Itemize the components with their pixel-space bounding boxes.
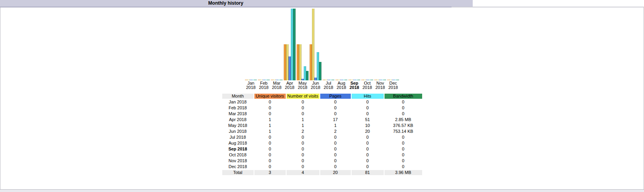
table-total-row: Total3420813.96 MB	[222, 170, 422, 175]
table-row: Jan 201800000	[222, 100, 422, 105]
table-cell: 0	[320, 158, 351, 163]
total-value-cell: 3	[254, 170, 286, 175]
bar-bandwidth-kb	[280, 80, 283, 80]
table-cell: 0	[287, 158, 319, 163]
bar-number-of-visits	[312, 9, 314, 80]
table-cell: 0	[254, 141, 286, 146]
month-cell: Dec 2018	[222, 164, 254, 169]
chart-bar-group	[374, 80, 386, 80]
table-cell: 0	[287, 100, 319, 105]
table-row: Sep 201800000	[222, 147, 422, 152]
x-axis-label: Nov2018	[374, 81, 386, 90]
table-row: Jun 201812220753.14 KB	[222, 129, 422, 134]
column-header-hits: Hits	[352, 94, 384, 99]
table-cell: 2.85 MB	[385, 117, 422, 122]
x-axis-label: Mar2018	[271, 81, 283, 90]
bar-bandwidth-kb	[332, 80, 334, 80]
table-cell: 0	[287, 164, 319, 169]
month-cell: Apr 2018	[222, 117, 254, 122]
table-cell: 0	[254, 158, 286, 163]
table-cell: 51	[352, 117, 384, 122]
content-box: Jan2018Feb2018Mar2018Apr2018May2018Jun20…	[0, 7, 644, 190]
table-cell: 0	[352, 164, 384, 169]
table-cell: 0	[254, 105, 286, 110]
table-row: Oct 201800000	[222, 152, 422, 158]
x-axis-label: Oct2018	[361, 81, 373, 90]
table-cell: 0	[320, 100, 351, 105]
month-cell: Feb 2018	[222, 105, 254, 110]
table-cell: 1	[320, 123, 351, 128]
table-cell: 0	[320, 141, 351, 146]
chart-bar-group	[284, 9, 296, 80]
chart-bar-group	[310, 9, 321, 80]
x-axis-label: Jul2018	[323, 81, 334, 90]
table-cell: 0	[254, 147, 286, 152]
table-cell: 0	[320, 111, 351, 116]
total-label-cell: Total	[222, 170, 254, 175]
month-cell: Sep 2018	[222, 147, 254, 152]
bar-number-of-visits	[299, 44, 301, 80]
column-header-month: Month	[222, 94, 254, 99]
total-value-cell: 4	[287, 170, 319, 175]
chart-bar-group	[245, 80, 257, 80]
table-cell: 0	[320, 164, 351, 169]
chart-bar-group	[258, 80, 270, 80]
table-cell: 0	[320, 135, 351, 140]
table-cell: 1	[254, 117, 286, 122]
month-cell: Oct 2018	[222, 152, 254, 158]
table-cell: 1	[254, 123, 286, 128]
table-cell: 753.14 KB	[385, 129, 422, 134]
column-header-unique-visitors: Unique visitors	[254, 94, 286, 99]
page-title: Monthly history	[208, 0, 243, 7]
chart-x-axis: Jan2018Feb2018Mar2018Apr2018May2018Jun20…	[245, 81, 399, 90]
title-bar: Monthly history	[0, 0, 473, 7]
table-row: Aug 201800000	[222, 141, 422, 146]
table-cell: 0	[254, 152, 286, 158]
table-row: Dec 201800000	[222, 164, 422, 169]
table-cell: 0	[352, 135, 384, 140]
table-cell: 376.57 KB	[385, 123, 422, 128]
table-cell: 0	[254, 111, 286, 116]
bar-bandwidth-kb	[319, 62, 321, 80]
table-cell: 1	[254, 129, 286, 134]
table-row: Nov 201800000	[222, 158, 422, 163]
table-cell: 0	[320, 152, 351, 158]
column-header-bandwidth: Bandwidth	[385, 94, 422, 99]
table-cell: 0	[352, 158, 384, 163]
chart-bar-group	[297, 44, 308, 80]
table-row: May 201811110376.57 KB	[222, 123, 422, 128]
table-cell: 1	[287, 117, 319, 122]
bar-bandwidth-kb	[306, 71, 308, 80]
column-header-pages: Pages	[320, 94, 351, 99]
table-row: Mar 201800000	[222, 111, 422, 116]
bar-bandwidth-kb	[371, 80, 373, 80]
month-cell: Jun 2018	[222, 129, 254, 134]
chart-bar-group	[348, 80, 360, 80]
table-cell: 10	[352, 123, 384, 128]
month-cell: Mar 2018	[222, 111, 254, 116]
table-cell: 0	[352, 105, 384, 110]
chart-bar-group	[271, 80, 283, 80]
month-cell: Nov 2018	[222, 158, 254, 163]
total-value-cell: 3.96 MB	[385, 170, 422, 175]
table-cell: 0	[287, 105, 319, 110]
table-row: Apr 20181117512.85 MB	[222, 117, 422, 122]
bar-bandwidth-kb	[345, 80, 347, 80]
x-axis-label: Jun2018	[310, 81, 321, 90]
column-header-number-of-visits: Number of visits	[287, 94, 319, 99]
table-cell: 0	[385, 141, 422, 146]
bar-bandwidth-kb	[293, 9, 296, 80]
table-cell: 0	[352, 152, 384, 158]
bar-bandwidth-kb	[267, 80, 270, 80]
month-cell: Aug 2018	[222, 141, 254, 146]
table-cell: 0	[385, 152, 422, 158]
table-cell: 0	[320, 105, 351, 110]
table-cell: 17	[320, 117, 351, 122]
table-cell: 0	[254, 100, 286, 105]
month-cell: Jul 2018	[222, 135, 254, 140]
chart-bar-group	[361, 80, 373, 80]
table-header-row: MonthUnique visitorsNumber of visitsPage…	[222, 94, 422, 99]
table-cell: 0	[352, 141, 384, 146]
table-cell: 1	[287, 123, 319, 128]
bar-bandwidth-kb	[397, 80, 399, 80]
